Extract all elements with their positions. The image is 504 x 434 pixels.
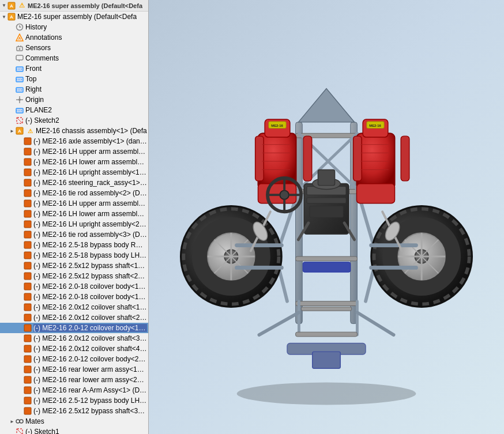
tree-item-lh-lower1[interactable]: (-) ME2-16 LH lower arm assembly<1>: [0, 157, 148, 167]
tree-item-comments[interactable]: Comments: [0, 53, 148, 63]
expand-icon[interactable]: [17, 406, 23, 416]
expand-icon[interactable]: [17, 334, 23, 343]
tree-item-bypass-lh2[interactable]: (-) ME2-16 2.5-12 bypass body LH<1>: [0, 395, 148, 406]
tree-item-coilover-body3[interactable]: (-) ME2-16 2.0-12 coilover body<2> (D: [0, 354, 148, 364]
tree-item-sensors[interactable]: Sensors: [0, 43, 148, 53]
expand-icon[interactable]: [17, 188, 23, 198]
expand-icon[interactable]: [17, 323, 23, 333]
tree-item-front[interactable]: Front: [0, 63, 148, 74]
tree-item-steering[interactable]: (-) ME2-16 steering_rack_assy<1> (Defau: [0, 178, 148, 188]
expand-icon[interactable]: [17, 147, 23, 156]
expand-icon[interactable]: [9, 105, 15, 115]
part-orange-icon: [23, 261, 32, 270]
tree-item-rear-lower1[interactable]: (-) ME2-16 rear lower arm assy<1> (D: [0, 364, 148, 375]
expand-icon[interactable]: [17, 137, 23, 146]
expand-icon[interactable]: [9, 74, 15, 84]
tree-item-sketch1[interactable]: (-) Sketch1: [0, 427, 148, 434]
tree-item-coilover-body-hl[interactable]: (-) ME2-16 2.0-12 coilover body<1> (D: [0, 323, 148, 333]
tree-item-tie-rod3[interactable]: (-) ME2-16 tie rod assembly<3> (Defau: [0, 229, 148, 240]
svg-point-56: [20, 420, 23, 423]
tree-item-lh-upper2[interactable]: (-) ME2-16 LH upper arm assembly<2: [0, 198, 148, 209]
expand-icon[interactable]: [17, 292, 23, 301]
svg-rect-32: [24, 179, 31, 186]
expand-icon[interactable]: [9, 116, 15, 125]
part-orange-icon: [23, 147, 32, 156]
expand-icon[interactable]: [9, 54, 15, 63]
warning-icon: ⚠: [17, 1, 27, 10]
expand-icon[interactable]: [17, 261, 23, 270]
3d-viewport[interactable]: ME2-16 ME2-16: [149, 0, 504, 434]
expand-icon[interactable]: [17, 209, 23, 218]
tree-item-shaft1[interactable]: (-) ME2-16 2.5x12 bypass shaft<1> (De: [0, 261, 148, 271]
tree-item-coilover-body2[interactable]: (-) ME2-16 2.0-18 coilover body<1> (D: [0, 292, 148, 302]
tree-item-plane2[interactable]: PLANE2: [0, 105, 148, 115]
tree-item-rear-a-arm[interactable]: (-) ME2-16 rear A-Arm Assy<1> (Defau: [0, 385, 148, 395]
tree-item-lh-lower2[interactable]: (-) ME2-16 LH lower arm assembly<2: [0, 209, 148, 219]
tree-item-lh-upright2[interactable]: (-) ME2-16 LH upright assembly<2> (l: [0, 219, 148, 229]
feature-tree-sidebar[interactable]: ▼ A ⚠ ME2-16 super assembly (Default<Def…: [0, 0, 149, 434]
expand-icon[interactable]: [17, 240, 23, 250]
expand-icon[interactable]: [17, 251, 23, 260]
expand-icon[interactable]: [9, 22, 15, 32]
tree-item-label: (-) ME2-16 2.0x12 coilover shaft<1> (D: [33, 303, 147, 311]
expand-icon[interactable]: [9, 427, 15, 434]
expand-icon[interactable]: [17, 220, 23, 229]
expand-icon[interactable]: [17, 396, 23, 405]
tree-item-root[interactable]: ▼AME2-16 super assembly (Default<Defa: [0, 12, 148, 22]
expand-arrow-root[interactable]: ▼: [1, 1, 7, 10]
part-orange-icon: [23, 334, 32, 343]
svg-text:A: A: [10, 14, 13, 20]
expand-icon[interactable]: [17, 344, 23, 353]
expand-icon[interactable]: [17, 313, 23, 322]
part-orange-icon: [23, 313, 32, 322]
tree-item-coilover-shaft1[interactable]: (-) ME2-16 2.0x12 coilover shaft<1> (D: [0, 302, 148, 312]
tree-item-annotations[interactable]: AAnnotations: [0, 32, 148, 43]
expand-icon[interactable]: [17, 282, 23, 291]
expand-icon[interactable]: [9, 43, 15, 52]
expand-icon[interactable]: [9, 64, 15, 73]
tree-item-top[interactable]: Top: [0, 74, 148, 84]
tree-item-tie-rod2[interactable]: (-) ME2-16 tie rod assembly<2> (Defau: [0, 188, 148, 198]
tree-item-label: (-) Sketch1: [25, 428, 59, 434]
tree-item-coilover-shaft4[interactable]: (-) ME2-16 2.0x12 coilover shaft<4> (D: [0, 344, 148, 354]
expand-icon[interactable]: [17, 386, 23, 395]
expand-icon[interactable]: ►: [9, 417, 15, 426]
svg-rect-44: [24, 304, 31, 311]
expand-icon[interactable]: [9, 33, 15, 42]
expand-icon[interactable]: [17, 168, 23, 177]
tree-item-axle[interactable]: (-) ME2-16 axle assembly<1> (dana 60: [0, 136, 148, 146]
expand-icon[interactable]: [17, 365, 23, 374]
expand-icon[interactable]: ►: [9, 126, 15, 135]
tree-item-sketch2[interactable]: (-) Sketch2: [0, 115, 148, 126]
tree-item-label: (-) ME2-16 2.0x12 coilover shaft<3> (D: [33, 334, 147, 342]
tree-item-coilover-shaft3[interactable]: (-) ME2-16 2.0x12 coilover shaft<3> (D: [0, 333, 148, 344]
tree-item-label: Sensors: [25, 44, 51, 52]
expand-icon[interactable]: [17, 271, 23, 281]
expand-icon[interactable]: [17, 178, 23, 187]
expand-icon[interactable]: [17, 375, 23, 384]
tree-item-mates[interactable]: ►Mates: [0, 416, 148, 427]
expand-icon[interactable]: [17, 157, 23, 167]
tree-item-bypass-shaft3[interactable]: (-) ME2-16 2.5x12 bypass shaft<3> (De: [0, 406, 148, 416]
tree-item-rear-lower2[interactable]: (-) ME2-16 rear lower arm assy<2> (D: [0, 375, 148, 385]
tree-item-lh-upright1[interactable]: (-) ME2-16 LH upright assembly<1> (l: [0, 167, 148, 178]
expand-icon[interactable]: [9, 95, 15, 104]
tree-item-right[interactable]: Right: [0, 84, 148, 95]
tree-item-label: Annotations: [25, 33, 62, 41]
expand-icon[interactable]: [17, 199, 23, 208]
expand-icon[interactable]: [17, 230, 23, 239]
tree-item-origin[interactable]: Origin: [0, 95, 148, 105]
tree-item-lh-upper1[interactable]: (-) ME2-16 LH upper arm assembly<1>: [0, 146, 148, 157]
tree-item-chassis[interactable]: ►A⚠ME2-16 chassis assembly<1> (Defa: [0, 126, 148, 136]
tree-item-coilover-body1[interactable]: (-) ME2-16 2.0-18 coilover body<1> (D: [0, 281, 148, 292]
expand-icon[interactable]: [17, 354, 23, 364]
tree-item-history[interactable]: History: [0, 22, 148, 32]
tree-item-coilover-shaft2[interactable]: (-) ME2-16 2.0x12 coilover shaft<2> (D: [0, 312, 148, 323]
expand-icon[interactable]: [17, 303, 23, 312]
tree-item-bypass-lh1[interactable]: (-) ME2-16 2.5-18 bypass body LH<1>: [0, 250, 148, 261]
part-orange-icon: [23, 199, 32, 208]
tree-item-bypass-shaft2[interactable]: (-) ME2-16 2.5x12 bypass shaft<2> (De: [0, 271, 148, 281]
expand-icon[interactable]: ▼: [1, 12, 7, 21]
tree-item-bypass-rh[interactable]: (-) ME2-16 2.5-18 bypass body RH<1>: [0, 240, 148, 250]
expand-icon[interactable]: [9, 85, 15, 94]
